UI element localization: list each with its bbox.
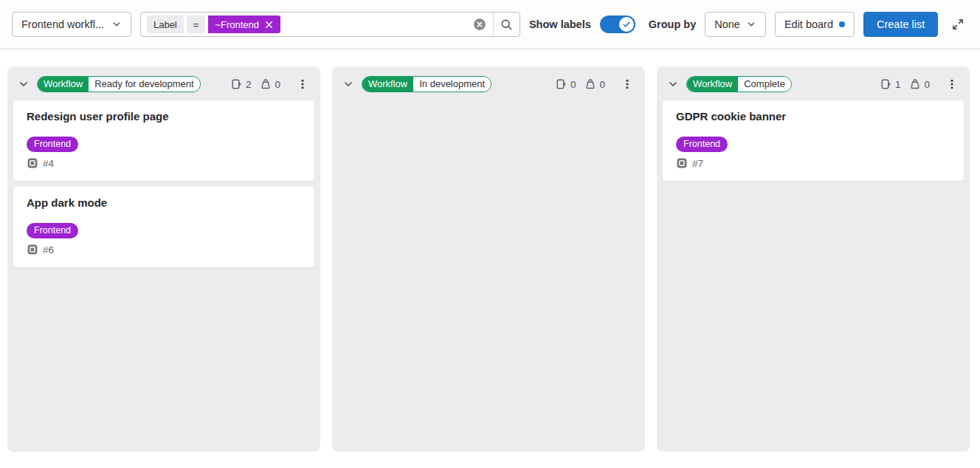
weight-count: 0: [599, 79, 605, 90]
group-by-label: Group by: [649, 18, 696, 30]
label-scope: Workflow: [687, 77, 738, 92]
kebab-icon: [946, 78, 958, 90]
filter-token-value-text: ~Frontend: [215, 19, 259, 30]
filter-bar[interactable]: Label = ~Frontend: [140, 12, 520, 37]
notification-dot: [839, 21, 845, 27]
show-labels-label: Show labels: [529, 18, 591, 30]
issue-reference: #6: [43, 244, 54, 255]
issue-type-icon: [676, 157, 688, 169]
column-scoped-label[interactable]: Workflow Complete: [686, 76, 792, 92]
label-scope: Workflow: [38, 77, 89, 92]
issue-board-app: Frontend workfl... Label = ~Frontend: [0, 0, 980, 452]
chevron-down-icon: [746, 19, 756, 30]
board-switcher-dropdown[interactable]: Frontend workfl...: [12, 12, 131, 37]
issue-count: 1: [895, 79, 901, 90]
collapse-column-button[interactable]: [666, 77, 680, 92]
column-scoped-label[interactable]: Workflow In development: [362, 76, 491, 92]
label-value: Complete: [738, 77, 791, 92]
board-column-in-development: Workflow In development 0 0: [332, 66, 645, 452]
column-header: Workflow Complete 1 0: [657, 66, 970, 100]
issue-title[interactable]: Redesign user profile page: [27, 110, 301, 123]
weight-count: 0: [924, 79, 930, 90]
clear-circle-icon: [473, 18, 486, 31]
column-menu-button[interactable]: [942, 75, 962, 93]
issues-icon: [556, 78, 567, 90]
board-toolbar: Frontend workfl... Label = ~Frontend: [0, 0, 980, 49]
column-card-list: GDPR cookie banner Frontend #7: [657, 100, 970, 452]
issue-title[interactable]: GDPR cookie banner: [676, 110, 950, 123]
issue-title[interactable]: App dark mode: [27, 196, 301, 209]
edit-board-button[interactable]: Edit board: [775, 12, 855, 37]
filter-token-field[interactable]: Label: [147, 16, 184, 33]
issue-footer: #4: [27, 157, 301, 169]
board-area: Workflow Ready for development 2 0: [0, 49, 980, 452]
filter-token-operator[interactable]: =: [187, 16, 206, 33]
weight-icon: [909, 78, 921, 90]
column-header: Workflow In development 0 0: [332, 66, 645, 100]
column-header: Workflow Ready for development 2 0: [7, 66, 320, 100]
issue-reference: #4: [43, 158, 54, 169]
issue-footer: #7: [676, 157, 950, 169]
collapse-column-button[interactable]: [16, 77, 31, 92]
weight-icon: [584, 78, 596, 90]
search-icon: [500, 18, 513, 31]
chevron-down-icon: [111, 19, 122, 30]
issue-count: 0: [570, 79, 576, 90]
column-counts: 0 0: [556, 78, 611, 90]
label-scope: Workflow: [362, 77, 413, 92]
column-counts: 1 0: [880, 78, 936, 90]
issue-label[interactable]: Frontend: [676, 137, 728, 152]
kebab-icon: [621, 78, 633, 90]
issue-card[interactable]: Redesign user profile page Frontend #4: [13, 100, 314, 181]
create-list-button[interactable]: Create list: [863, 12, 938, 37]
issue-label[interactable]: Frontend: [27, 137, 78, 152]
filter-token-value[interactable]: ~Frontend: [208, 16, 280, 33]
issue-footer: #6: [27, 244, 301, 255]
issues-icon: [880, 78, 892, 90]
issue-type-icon: [27, 157, 38, 169]
label-value: Ready for development: [89, 77, 199, 92]
column-card-list: [332, 100, 645, 452]
issue-count: 2: [246, 79, 252, 90]
filter-token: Label = ~Frontend: [141, 13, 466, 36]
collapse-column-button[interactable]: [341, 77, 356, 92]
toggle-knob: [619, 17, 634, 32]
weight-icon: [260, 78, 272, 90]
check-icon: [622, 20, 631, 29]
issue-reference: #7: [692, 158, 703, 169]
column-menu-button[interactable]: [617, 75, 638, 93]
group-by-dropdown[interactable]: None: [705, 12, 766, 37]
clear-filter-button[interactable]: [466, 13, 493, 36]
issue-label[interactable]: Frontend: [27, 223, 78, 238]
expand-icon: [951, 18, 965, 31]
show-labels-toggle[interactable]: [600, 16, 635, 33]
board-column-ready-for-development: Workflow Ready for development 2 0: [7, 66, 320, 452]
group-by-value: None: [714, 18, 740, 30]
column-scoped-label[interactable]: Workflow Ready for development: [37, 76, 201, 92]
edit-board-label: Edit board: [784, 18, 833, 30]
search-button[interactable]: [493, 13, 520, 36]
remove-token-icon[interactable]: [264, 20, 274, 30]
column-card-list: Redesign user profile page Frontend #4 A…: [7, 100, 320, 452]
board-column-complete: Workflow Complete 1 0: [657, 66, 970, 452]
column-counts: 2 0: [231, 78, 286, 90]
chevron-down-icon: [342, 78, 354, 90]
issue-card[interactable]: GDPR cookie banner Frontend #7: [663, 100, 964, 181]
board-switcher-label: Frontend workfl...: [21, 18, 104, 30]
chevron-down-icon: [667, 78, 679, 90]
label-value: In development: [413, 77, 491, 92]
weight-count: 0: [275, 79, 280, 90]
kebab-icon: [297, 78, 308, 90]
issue-card[interactable]: App dark mode Frontend #6: [13, 187, 314, 267]
chevron-down-icon: [18, 78, 30, 90]
column-menu-button[interactable]: [292, 75, 313, 93]
issue-type-icon: [27, 244, 38, 255]
expand-board-button[interactable]: [947, 13, 968, 35]
issues-icon: [231, 78, 243, 90]
